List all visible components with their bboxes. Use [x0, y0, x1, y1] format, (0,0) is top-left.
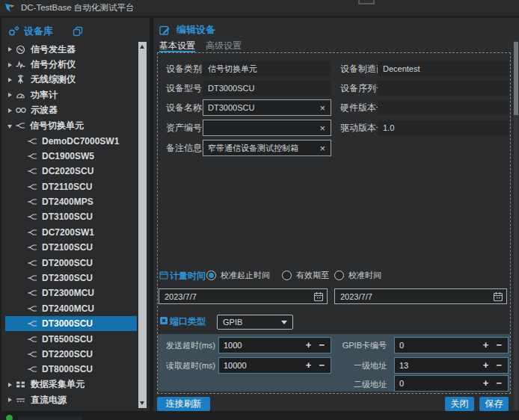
signal-switch-icon	[27, 212, 38, 222]
scroll-up-icon[interactable]	[140, 45, 144, 49]
decrement-icon[interactable]: −	[492, 376, 508, 391]
tree-item-DT2300MCU[interactable]: DT2300MCU	[5, 285, 137, 300]
calendar-icon[interactable]	[313, 291, 324, 302]
signal-analyzer-icon	[16, 60, 27, 70]
remark-label: 备注信息	[166, 140, 202, 155]
device-library-panel: 设备库 信号发生器信号分析仪无线综测仪功率计示波器信号切换单元DemoDC700…	[1, 18, 150, 411]
send-timeout-value[interactable]: 1000	[219, 341, 302, 350]
expand-arrow-icon[interactable]	[8, 108, 12, 113]
connection-refresh-button[interactable]: 连接刷新	[157, 397, 210, 411]
tree-item-DT3100SCU[interactable]: DT3100SCU	[5, 209, 137, 224]
tree-item-数据采集单元[interactable]: 数据采集单元	[5, 377, 137, 392]
expand-arrow-icon[interactable]	[8, 78, 12, 82]
metering-time-section-label: 计量时间	[170, 270, 206, 282]
device-library-header: 设备库	[1, 22, 150, 40]
tree-item-DC1900SW5[interactable]: DC1900SW5	[5, 149, 137, 164]
port-type-icon	[159, 316, 168, 325]
decrement-icon[interactable]: −	[315, 358, 331, 373]
gpib-card-value[interactable]: 0	[395, 341, 479, 350]
primary-address-value[interactable]: 13	[395, 361, 479, 370]
radio-selected-icon[interactable]	[206, 271, 216, 280]
window-control-fragment[interactable]	[358, 0, 375, 4]
editor-panel: 编辑设备 基本设置 高级设置 设备类别 信号切换单元 设备制造商 Decente…	[153, 18, 519, 411]
primary-address-stepper: 13 +−	[394, 357, 509, 374]
remark-input[interactable]	[203, 143, 314, 152]
tree-item-DT6500SCU[interactable]: DT6500SCU	[5, 331, 137, 346]
increment-icon[interactable]: +	[302, 338, 316, 353]
send-timeout-label: 发送超时(ms)	[166, 338, 215, 353]
tree-item-DT2110SCU[interactable]: DT2110SCU	[5, 179, 137, 194]
decrement-icon[interactable]: −	[492, 338, 508, 353]
dc-power-icon	[16, 395, 27, 405]
tree-item-label: 直流电源	[31, 394, 67, 407]
calendar-icon[interactable]	[493, 291, 503, 302]
read-timeout-value[interactable]: 10000	[219, 361, 302, 370]
radio-校准时间[interactable]: 校准时间	[334, 270, 381, 281]
tree-item-DC2020SCU[interactable]: DC2020SCU	[5, 164, 137, 179]
close-button[interactable]: 关闭	[445, 397, 474, 411]
decrement-icon[interactable]: −	[492, 358, 508, 373]
radio-校准起止时间[interactable]: 校准起止时间	[206, 270, 270, 281]
tree-item-DT8000SCU[interactable]: DT8000SCU	[5, 362, 137, 377]
tree-item-信号切换单元[interactable]: 信号切换单元	[5, 118, 137, 133]
expand-arrow-icon[interactable]	[8, 47, 12, 52]
tree-item-DT2400MPS[interactable]: DT2400MPS	[5, 194, 137, 209]
tree-item-DC7200SW1[interactable]: DC7200SW1	[5, 225, 137, 240]
app-logo-icon	[4, 2, 16, 13]
asset-number-input-wrap: ×	[203, 120, 331, 136]
save-button[interactable]: 保存	[479, 397, 509, 411]
tree-item-label: DC1900SW5	[42, 151, 94, 161]
radio-有效期至[interactable]: 有效期至	[282, 270, 329, 281]
asset-number-label: 资产编号	[166, 120, 202, 135]
tree-item-直流电源[interactable]: 直流电源	[5, 392, 137, 407]
tree-item-DemoDC7000SW1[interactable]: DemoDC7000SW1	[5, 133, 137, 148]
port-type-dropdown[interactable]: GPIB	[217, 315, 293, 330]
end-date-input[interactable]: 2023/7/7	[334, 288, 507, 304]
editor-scrollbar[interactable]	[514, 40, 518, 410]
decrement-icon[interactable]: −	[315, 338, 331, 353]
increment-icon[interactable]: +	[479, 358, 493, 373]
tree-item-DT2400MCU[interactable]: DT2400MCU	[5, 301, 137, 316]
device-library-title: 设备库	[24, 25, 53, 38]
tree-item-DT2200SCU[interactable]: DT2200SCU	[5, 347, 137, 362]
tree-item-示波器[interactable]: 示波器	[5, 103, 137, 118]
asset-number-input[interactable]	[203, 123, 314, 132]
scroll-down-icon[interactable]	[140, 401, 144, 405]
tree-item-信号分析仪[interactable]: 信号分析仪	[5, 57, 137, 72]
signal-switch-icon	[27, 182, 38, 191]
tree-item-label: DT2110SCU	[42, 182, 92, 192]
connection-status-indicator	[6, 415, 13, 420]
secondary-address-value[interactable]: 0	[395, 379, 479, 388]
secondary-address-label: 二级地址	[337, 377, 387, 392]
increment-icon[interactable]: +	[479, 376, 493, 391]
tree-item-DT3000SCU[interactable]: DT3000SCU	[5, 316, 137, 331]
tree-item-功率计[interactable]: 功率计	[5, 87, 137, 102]
end-date-value: 2023/7/7	[335, 292, 493, 301]
tree-item-DT2100SCU[interactable]: DT2100SCU	[5, 240, 137, 255]
collapse-arrow-icon[interactable]	[7, 125, 12, 129]
clear-icon[interactable]: ×	[314, 102, 331, 114]
tree-item-DT2300SCU[interactable]: DT2300SCU	[5, 271, 137, 285]
tree-item-无线综测仪[interactable]: 无线综测仪	[5, 72, 137, 87]
increment-icon[interactable]: +	[302, 358, 316, 373]
expand-arrow-icon[interactable]	[8, 383, 12, 387]
expand-arrow-icon[interactable]	[8, 63, 12, 67]
tab-basic-settings[interactable]: 基本设置	[159, 40, 195, 52]
sidebar-scrollbar[interactable]	[138, 42, 147, 408]
tree-item-label: DT2300MCU	[42, 288, 94, 298]
clear-icon[interactable]: ×	[314, 143, 331, 154]
start-date-input[interactable]: 2023/7/7	[159, 288, 328, 304]
expand-arrow-icon[interactable]	[8, 398, 12, 402]
clear-icon[interactable]: ×	[314, 123, 331, 134]
library-windows-icon[interactable]	[73, 26, 83, 37]
radio-icon[interactable]	[334, 271, 344, 280]
tree-item-DT2000SCU[interactable]: DT2000SCU	[5, 255, 137, 270]
gpib-card-stepper: 0 +−	[394, 337, 509, 353]
tab-advanced-settings[interactable]: 高级设置	[206, 40, 242, 52]
expand-arrow-icon[interactable]	[8, 93, 12, 97]
radio-icon[interactable]	[282, 271, 292, 280]
increment-icon[interactable]: +	[479, 338, 493, 353]
device-name-input[interactable]	[203, 103, 314, 112]
editor-scrollbar-thumb[interactable]	[514, 42, 518, 115]
tree-item-信号发生器[interactable]: 信号发生器	[5, 42, 137, 57]
